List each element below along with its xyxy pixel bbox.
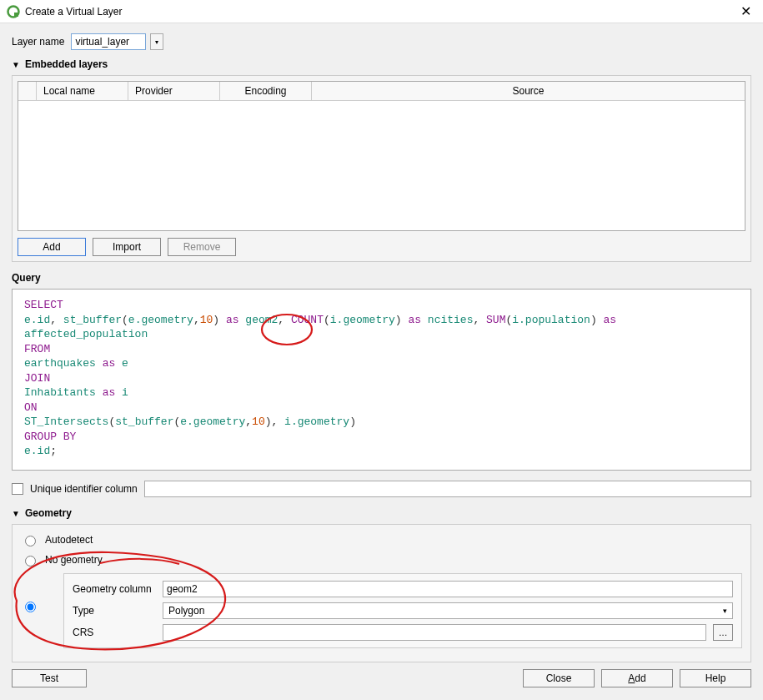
help-button[interactable]: Help [680, 669, 751, 687]
add-button-footer[interactable]: Add [601, 669, 673, 687]
geometry-type-select[interactable]: Polygon ▾ [163, 602, 733, 619]
geometry-crs-browse-button[interactable]: … [713, 624, 733, 641]
chevron-down-icon: ▾ [723, 607, 727, 615]
layer-name-dropdown[interactable]: ▾ [150, 33, 163, 50]
uid-checkbox[interactable] [12, 483, 23, 495]
geometry-title: Geometry [25, 507, 72, 519]
table-header-checkbox [18, 82, 37, 100]
table-header-localname: Local name [37, 82, 128, 100]
embedded-layers-table[interactable]: Local name Provider Encoding Source [18, 81, 745, 231]
embedded-layers-panel: Local name Provider Encoding Source Add … [12, 75, 751, 262]
geometry-autodetect-label: Autodetect [45, 534, 93, 546]
embedded-remove-button: Remove [168, 238, 236, 256]
footer: Test Close Add Help [0, 662, 763, 696]
query-editor[interactable]: SELECTe.id, st_buffer(e.geometry,10) as … [12, 289, 751, 471]
geometry-panel: Autodetect No geometry Geometry column T… [12, 524, 751, 662]
geometry-none-label: No geometry [45, 554, 103, 566]
close-button[interactable]: ✕ [735, 3, 756, 20]
embedded-layers-title: Embedded layers [25, 58, 108, 70]
geometry-crs-label: CRS [73, 627, 156, 638]
collapse-icon: ▼ [12, 509, 20, 518]
geometry-column-input[interactable] [163, 581, 733, 597]
layer-name-input[interactable] [71, 33, 146, 50]
table-header-provider: Provider [128, 82, 220, 100]
geometry-header[interactable]: ▼ Geometry [12, 507, 751, 519]
geometry-autodetect-radio[interactable] [25, 536, 36, 546]
svg-rect-1 [14, 13, 18, 17]
geometry-crs-input[interactable] [163, 624, 706, 641]
table-header-encoding: Encoding [220, 82, 312, 100]
close-button-footer[interactable]: Close [523, 669, 595, 687]
geometry-none-radio[interactable] [25, 556, 36, 567]
geometry-type-label: Type [73, 605, 156, 617]
embedded-layers-header[interactable]: ▼ Embedded layers [12, 58, 751, 70]
uid-label: Unique identifier column [30, 483, 138, 495]
layer-name-label: Layer name [12, 36, 64, 48]
test-button[interactable]: Test [12, 669, 87, 687]
geometry-type-value: Polygon [168, 605, 204, 617]
query-label: Query [12, 272, 751, 284]
table-header-source: Source [312, 82, 745, 100]
embedded-import-button[interactable]: Import [93, 238, 161, 256]
collapse-icon: ▼ [12, 60, 20, 69]
window-title: Create a Virtual Layer [25, 6, 123, 18]
qgis-icon [7, 5, 20, 18]
titlebar: Create a Virtual Layer ✕ [0, 0, 763, 23]
embedded-add-button[interactable]: Add [18, 238, 86, 256]
geometry-manual-radio[interactable] [25, 602, 36, 612]
geometry-column-label: Geometry column [73, 583, 156, 595]
uid-input[interactable] [144, 481, 751, 497]
